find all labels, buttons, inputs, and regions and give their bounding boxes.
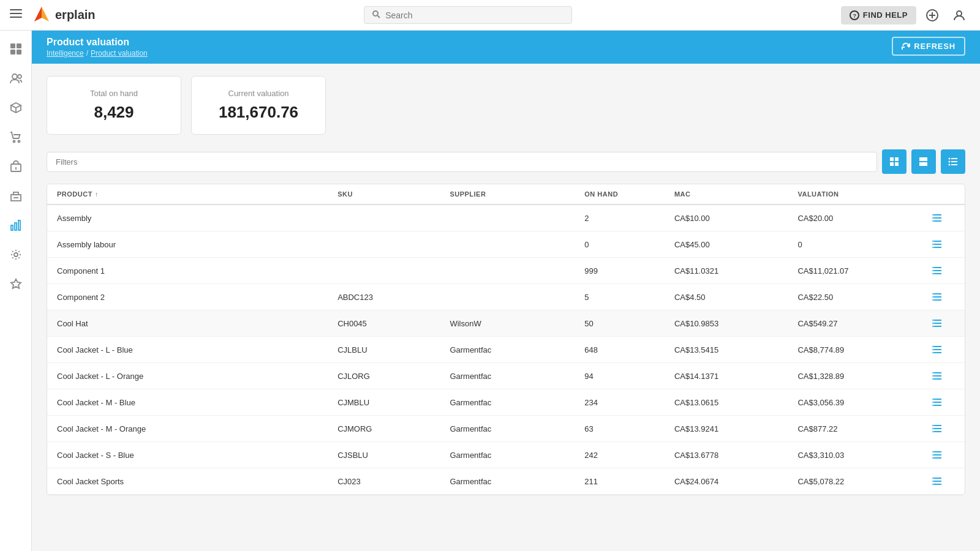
cell-mac: CA$11.0321 bbox=[674, 266, 798, 276]
svg-rect-37 bbox=[919, 162, 927, 166]
sidebar-item-sales[interactable] bbox=[2, 124, 29, 151]
page-header: Product valuation Intelligence / Product… bbox=[32, 31, 980, 64]
sidebar-item-products[interactable] bbox=[2, 94, 29, 121]
view-grid-small-button[interactable] bbox=[882, 149, 907, 174]
svg-point-60 bbox=[933, 270, 934, 271]
sidebar-item-favorites[interactable] bbox=[2, 271, 29, 298]
cell-valuation: CA$22.50 bbox=[797, 293, 932, 302]
row-detail-button[interactable] bbox=[932, 397, 943, 408]
data-table: PRODUCT ↑ SKU SUPPLIER ON HAND MAC VALUA… bbox=[47, 184, 965, 495]
cell-valuation: CA$549.27 bbox=[797, 319, 932, 328]
svg-point-97 bbox=[933, 431, 934, 432]
add-button[interactable] bbox=[921, 4, 943, 26]
svg-point-90 bbox=[933, 402, 934, 403]
svg-point-79 bbox=[933, 352, 934, 353]
sidebar-item-dashboard[interactable] bbox=[2, 36, 29, 62]
svg-point-59 bbox=[933, 267, 934, 268]
cell-valuation: CA$20.00 bbox=[797, 214, 932, 223]
row-detail-button[interactable] bbox=[932, 423, 943, 434]
svg-point-40 bbox=[949, 161, 951, 163]
table-row: Cool Jacket - M - Blue CJMBLU Garmentfac… bbox=[47, 389, 965, 416]
row-detail-button[interactable] bbox=[932, 318, 943, 329]
cell-actions bbox=[932, 265, 955, 276]
col-header-sku: SKU bbox=[337, 190, 450, 198]
svg-point-102 bbox=[933, 454, 934, 455]
cell-on-hand: 999 bbox=[584, 266, 674, 276]
row-detail-button[interactable] bbox=[932, 291, 943, 302]
col-header-mac: MAC bbox=[674, 190, 798, 198]
row-detail-button[interactable] bbox=[932, 370, 943, 381]
cell-mac: CA$10.9853 bbox=[674, 319, 798, 328]
svg-point-91 bbox=[933, 405, 934, 406]
summary-cards: Total on hand 8,429 Current valuation 18… bbox=[47, 76, 965, 135]
row-detail-button[interactable] bbox=[932, 344, 943, 355]
sidebar-item-contacts[interactable] bbox=[2, 65, 29, 92]
cell-actions bbox=[932, 239, 955, 250]
breadcrumb: Intelligence / Product valuation bbox=[47, 49, 148, 58]
sidebar-item-purchasing[interactable] bbox=[2, 153, 29, 180]
cell-valuation: CA$3,056.39 bbox=[797, 398, 932, 407]
refresh-button[interactable]: REFRESH bbox=[892, 37, 965, 56]
cell-valuation: 0 bbox=[797, 240, 932, 249]
cell-sku: CJSBLU bbox=[337, 451, 450, 460]
svg-point-71 bbox=[933, 320, 934, 321]
row-detail-button[interactable] bbox=[932, 449, 943, 460]
navbar: erplain ? FIND HELP bbox=[0, 0, 980, 31]
svg-marker-4 bbox=[34, 7, 42, 21]
row-detail-button[interactable] bbox=[932, 212, 943, 223]
find-help-button[interactable]: ? FIND HELP bbox=[841, 6, 916, 24]
menu-icon[interactable] bbox=[10, 7, 22, 23]
svg-point-21 bbox=[18, 141, 20, 143]
svg-rect-28 bbox=[15, 223, 17, 230]
svg-point-18 bbox=[18, 75, 21, 78]
row-detail-button[interactable] bbox=[932, 239, 943, 250]
sidebar-item-settings[interactable] bbox=[2, 241, 29, 268]
search-input[interactable] bbox=[385, 10, 564, 20]
cell-sku: CJLORG bbox=[337, 372, 450, 381]
cell-product: Assembly labour bbox=[57, 240, 337, 249]
sidebar-item-intelligence[interactable] bbox=[2, 212, 29, 239]
cell-sku: CJLBLU bbox=[337, 345, 450, 354]
view-grid-large-button[interactable] bbox=[911, 149, 936, 174]
view-list-button[interactable] bbox=[941, 149, 965, 174]
cell-mac: CA$45.00 bbox=[674, 240, 798, 249]
cell-sku: CJMBLU bbox=[337, 398, 450, 407]
cell-on-hand: 2 bbox=[584, 214, 674, 223]
current-valuation-label: Current valuation bbox=[211, 89, 306, 98]
svg-rect-32 bbox=[890, 157, 894, 161]
svg-point-47 bbox=[933, 214, 934, 216]
cell-on-hand: 648 bbox=[584, 345, 674, 354]
row-detail-button[interactable] bbox=[932, 265, 943, 276]
filter-input[interactable] bbox=[47, 152, 877, 172]
sidebar-item-inventory[interactable] bbox=[2, 182, 29, 209]
row-detail-button[interactable] bbox=[932, 476, 943, 487]
svg-point-38 bbox=[949, 158, 951, 160]
cell-valuation: CA$3,310.03 bbox=[797, 451, 932, 460]
svg-point-55 bbox=[933, 247, 934, 248]
user-button[interactable] bbox=[948, 4, 970, 26]
cell-valuation: CA$1,328.89 bbox=[797, 372, 932, 381]
breadcrumb-parent[interactable]: Intelligence bbox=[47, 49, 84, 58]
svg-point-61 bbox=[933, 273, 934, 274]
svg-point-20 bbox=[13, 141, 15, 143]
breadcrumb-current[interactable]: Product valuation bbox=[91, 49, 148, 58]
cell-supplier: Garmentfac bbox=[450, 451, 584, 460]
cell-actions bbox=[932, 476, 955, 487]
cell-on-hand: 50 bbox=[584, 319, 674, 328]
table-body: Assembly 2 CA$10.00 CA$20.00 Assembly la… bbox=[47, 205, 965, 495]
logo[interactable]: erplain bbox=[32, 6, 96, 25]
table-row: Cool Jacket - S - Blue CJSBLU Garmentfac… bbox=[47, 442, 965, 468]
col-header-actions bbox=[932, 190, 955, 198]
cell-actions bbox=[932, 397, 955, 408]
table-row: Cool Hat CH0045 WilsonW 50 CA$10.9853 CA… bbox=[47, 310, 965, 337]
cell-actions bbox=[932, 291, 955, 302]
svg-point-103 bbox=[933, 457, 934, 459]
svg-rect-27 bbox=[11, 225, 13, 230]
cell-mac: CA$14.1371 bbox=[674, 372, 798, 381]
table-row: Component 2 ABDC123 5 CA$4.50 CA$22.50 bbox=[47, 284, 965, 310]
col-header-product: PRODUCT ↑ bbox=[57, 190, 337, 198]
svg-rect-29 bbox=[18, 220, 20, 230]
cell-mac: CA$13.6778 bbox=[674, 451, 798, 460]
cell-mac: CA$13.9241 bbox=[674, 424, 798, 433]
cell-product: Cool Jacket Sports bbox=[57, 477, 337, 486]
